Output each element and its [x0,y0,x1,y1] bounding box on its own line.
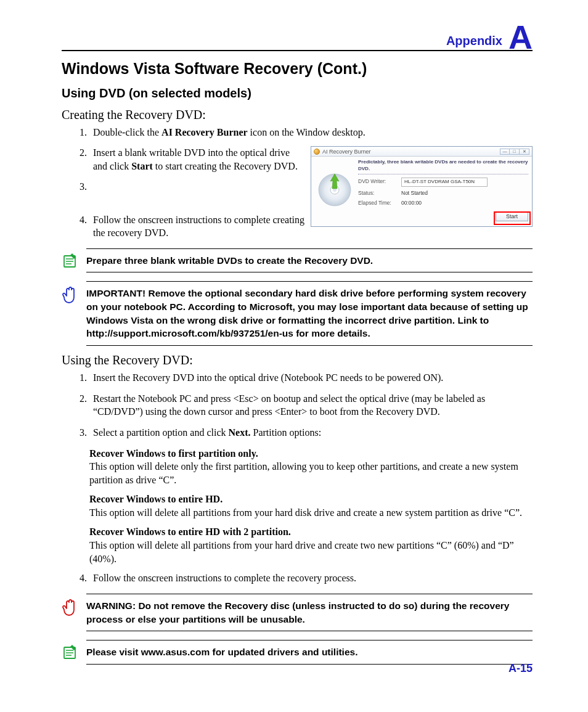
option-3-title: Recover Windows to entire HD with 2 part… [89,525,533,539]
elapsed-value: 00:00:00 [401,200,422,207]
maximize-button[interactable]: □ [510,149,520,155]
appendix-letter: A [508,22,533,52]
use-step-3: Select a partition option and click Next… [89,426,533,440]
elapsed-label: Elapsed Time: [358,200,401,207]
option-3-desc: This option will delete all partitions f… [89,540,514,564]
note-callout-2: Please visit www.asus.com for updated dr… [62,640,533,665]
using-steps: Insert the Recovery DVD into the optical… [62,371,533,439]
note-callout-1: Prepare three blank writable DVDs to cre… [62,248,533,273]
writer-label: DVD Writer: [358,178,401,185]
option-1-desc: This option will delete only the first p… [89,461,518,485]
note-text-1: Prepare three blank writable DVDs to cre… [86,248,533,273]
option-2-desc: This option will delete all partitions f… [89,507,522,518]
ai-recovery-burner-window: AI Recovery Burner — □ ✕ [311,146,533,226]
window-title: AI Recovery Burner [322,148,371,155]
note-icon [62,644,79,661]
important-text: IMPORTANT! Remove the optional secondary… [86,281,533,346]
close-button[interactable]: ✕ [520,149,529,155]
option-2-title: Recover Windows to entire HD. [89,493,533,506]
note-text-2: Please visit www.asus.com for updated dr… [86,640,533,665]
use-step-2: Restart the Notebook PC and press <Esc> … [89,392,533,419]
important-callout: IMPORTANT! Remove the optional secondary… [62,281,533,346]
hand-warning-icon [62,597,79,618]
page-number: A-15 [508,662,533,675]
note-icon [62,252,79,269]
warning-callout: WARNING: Do not remove the Recovery disc… [62,594,533,631]
option-2: Recover Windows to entire HD. This optio… [89,493,533,519]
creating-steps: Double-click the AI Recovery Burner icon… [62,126,533,240]
use-step-4: Follow the onscreen instructions to comp… [89,571,533,585]
use-step-1: Insert the Recovery DVD into the optical… [89,371,533,385]
start-button[interactable]: Start [496,211,528,221]
step-3: Follow the onscreen instructions to comp… [89,213,317,240]
app-instruction: Predictably, three blank writable DVDs a… [358,159,528,174]
hand-stop-icon [62,285,79,306]
subsection-using: Using the Recovery DVD: [62,353,533,367]
warning-text: WARNING: Do not remove the Recovery disc… [86,594,533,631]
appendix-label: Appendix [446,34,502,48]
app-icon [314,149,320,155]
disc-icon [316,171,353,208]
minimize-button[interactable]: — [500,149,510,155]
using-steps-cont: Follow the onscreen instructions to comp… [62,571,533,585]
step-3-inline: 3 [89,180,295,194]
page-title: Windows Vista Software Recovery (Cont.) [62,60,533,78]
status-value: Not Started [401,190,428,197]
subsection-creating: Creating the Recovery DVD: [62,108,533,122]
writer-value[interactable]: HL-DT-ST DVDRAM GSA-T50N [401,178,488,187]
option-1: Recover Windows to first partition only.… [89,447,533,487]
option-1-title: Recover Windows to first partition only. [89,447,533,460]
window-titlebar: AI Recovery Burner — □ ✕ [311,147,532,157]
status-label: Status: [358,190,401,197]
page-header: Appendix A [62,18,533,51]
step-1: Double-click the AI Recovery Burner icon… [89,126,533,139]
option-3: Recover Windows to entire HD with 2 part… [89,525,533,565]
window-controls: — □ ✕ [500,149,529,155]
section-title: Using DVD (on selected models) [62,86,533,100]
